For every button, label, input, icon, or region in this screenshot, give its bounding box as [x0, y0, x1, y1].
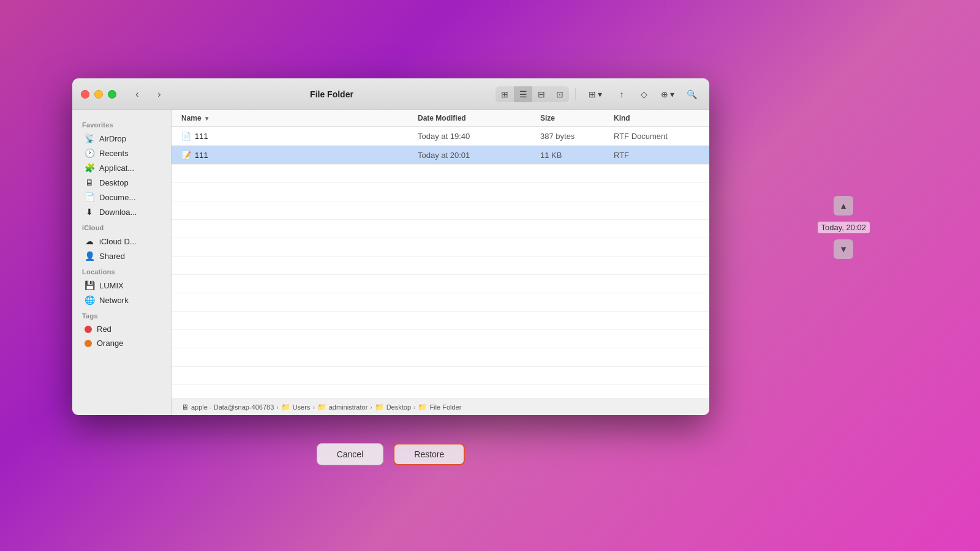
breadcrumb-sep: ›: [370, 404, 372, 411]
search-button[interactable]: 🔍: [682, 86, 701, 102]
file-name-cell: 📄 111: [181, 130, 418, 142]
file-date: Today at 19:40: [418, 132, 540, 141]
empty-row: [172, 330, 709, 348]
col-size[interactable]: Size: [540, 114, 614, 122]
sidebar-item-shared[interactable]: 👤 Shared: [75, 249, 168, 263]
file-icon-rtf: 📄: [181, 130, 191, 142]
sidebar-item-label: AirDrop: [99, 134, 126, 143]
content-area: Name ▼ Date Modified Size Kind 📄: [172, 110, 709, 415]
sidebar-item-downloads[interactable]: ⬇ Downloa...: [75, 204, 168, 219]
tag-button[interactable]: ◇: [635, 86, 653, 102]
back-button[interactable]: ‹: [129, 86, 146, 103]
downloads-icon: ⬇: [85, 207, 94, 217]
sidebar-item-label: Orange: [97, 339, 123, 348]
breadcrumb-administrator[interactable]: 📁 administrator: [317, 403, 368, 411]
file-kind: RTF: [614, 151, 699, 160]
sidebar-item-network[interactable]: 🌐 Network: [75, 293, 168, 307]
sidebar-item-airdrop[interactable]: 📡 AirDrop: [75, 131, 168, 146]
applications-icon: 🧩: [85, 163, 94, 173]
view-icon-grid[interactable]: ⊞: [496, 86, 514, 102]
sidebar-item-lumix[interactable]: 💾 LUMIX: [75, 278, 168, 293]
action-button[interactable]: ⊞ ▾: [582, 86, 609, 102]
scroll-up-button[interactable]: ▲: [834, 196, 853, 216]
column-headers: Name ▼ Date Modified Size Kind: [172, 110, 709, 127]
empty-row: [172, 220, 709, 238]
sidebar-item-icloud-drive[interactable]: ☁ iCloud D...: [75, 234, 168, 249]
plus-button[interactable]: ⊕ ▾: [657, 86, 679, 102]
sidebar-item-label: iCloud D...: [99, 237, 137, 246]
sidebar-item-label: Applicat...: [99, 163, 134, 173]
sidebar-item-desktop[interactable]: 🖥 Desktop: [75, 175, 168, 190]
sidebar-item-label: LUMIX: [99, 281, 124, 290]
empty-row: [172, 238, 709, 257]
breadcrumb-sep: ›: [276, 404, 278, 411]
finder-body: Favorites 📡 AirDrop 🕐 Recents 🧩 Applicat…: [72, 110, 709, 415]
locations-label: Locations: [72, 263, 171, 278]
icloud-label: iCloud: [72, 219, 171, 234]
scroll-down-button[interactable]: ▼: [834, 239, 853, 259]
title-bar: ‹ › File Folder ⊞ ☰ ⊟ ⊡ ⊞ ▾ ↑ ◇ ⊕ ▾ 🔍: [72, 78, 709, 110]
table-row[interactable]: 📄 111 Today at 19:40 387 bytes RTF Docum…: [172, 127, 709, 146]
restore-button[interactable]: Restore: [393, 443, 465, 465]
sidebar-item-applications[interactable]: 🧩 Applicat...: [75, 160, 168, 175]
cancel-button[interactable]: Cancel: [317, 443, 384, 465]
minimize-button[interactable]: [94, 90, 103, 99]
forward-button[interactable]: ›: [151, 86, 168, 103]
toolbar-separator: [575, 88, 576, 100]
view-icon-gallery[interactable]: ⊡: [551, 86, 569, 102]
bottom-buttons: Cancel Restore: [72, 443, 709, 465]
sort-arrow: ▼: [204, 115, 210, 122]
empty-row: [172, 257, 709, 275]
favorites-label: Favorites: [72, 116, 171, 131]
sidebar-item-label: Desktop: [99, 178, 129, 187]
documents-icon: 📄: [85, 192, 94, 202]
empty-row: [172, 348, 709, 367]
col-kind[interactable]: Kind: [614, 114, 699, 122]
desktop-folder-icon: 📁: [375, 403, 384, 411]
shared-icon: 👤: [85, 251, 94, 261]
empty-row: [172, 201, 709, 220]
empty-row: [172, 183, 709, 201]
view-icon-list[interactable]: ☰: [514, 86, 532, 102]
right-panel: ▲ Today, 20:02 ▼: [818, 196, 870, 259]
file-list: 📄 111 Today at 19:40 387 bytes RTF Docum…: [172, 127, 709, 399]
window-title: File Folder: [168, 89, 496, 99]
recents-icon: 🕐: [85, 148, 94, 158]
sidebar-item-documents[interactable]: 📄 Docume...: [75, 190, 168, 204]
view-icon-column[interactable]: ⊟: [532, 86, 551, 102]
traffic-lights: [81, 90, 116, 99]
sidebar-item-label: Red: [97, 324, 111, 334]
breadcrumb-sep: ›: [312, 404, 314, 411]
close-button[interactable]: [81, 90, 89, 99]
timestamp: Today, 20:02: [818, 222, 870, 233]
col-name[interactable]: Name ▼: [181, 114, 418, 122]
sidebar-item-label: Shared: [99, 252, 125, 261]
airdrop-icon: 📡: [85, 133, 94, 143]
nav-buttons: ‹ ›: [129, 86, 168, 103]
view-toggle-group: ⊞ ☰ ⊟ ⊡: [496, 86, 569, 102]
breadcrumb-file-folder[interactable]: 📁 File Folder: [418, 403, 461, 411]
sidebar-item-red[interactable]: Red: [75, 322, 168, 336]
share-button[interactable]: ↑: [612, 86, 631, 102]
orange-tag-dot: [85, 340, 92, 347]
empty-row: [172, 165, 709, 183]
desktop-icon: 🖥: [85, 178, 94, 187]
col-date-modified[interactable]: Date Modified: [418, 114, 540, 122]
sidebar-item-recents[interactable]: 🕐 Recents: [75, 146, 168, 160]
empty-row: [172, 275, 709, 293]
table-row[interactable]: 📝 111 Today at 20:01 11 KB RTF: [172, 146, 709, 165]
toolbar-actions: ⊞ ☰ ⊟ ⊡ ⊞ ▾ ↑ ◇ ⊕ ▾ 🔍: [496, 86, 701, 102]
breadcrumb-desktop[interactable]: 📁 Desktop: [375, 403, 411, 411]
sidebar: Favorites 📡 AirDrop 🕐 Recents 🧩 Applicat…: [72, 110, 172, 415]
maximize-button[interactable]: [108, 90, 116, 99]
sidebar-item-orange[interactable]: Orange: [75, 336, 168, 350]
tags-label: Tags: [72, 307, 171, 322]
breadcrumb-users[interactable]: 📁 Users: [281, 403, 311, 411]
apple-icon: 🖥: [181, 403, 189, 411]
breadcrumb-sep: ›: [413, 404, 415, 411]
file-size: 11 KB: [540, 151, 614, 160]
file-date: Today at 20:01: [418, 151, 540, 160]
network-icon: 🌐: [85, 295, 94, 305]
breadcrumb: 🖥 apple - Data@snap-406783 › 📁 Users › 📁…: [172, 399, 709, 415]
breadcrumb-apple[interactable]: 🖥 apple - Data@snap-406783: [181, 403, 274, 411]
